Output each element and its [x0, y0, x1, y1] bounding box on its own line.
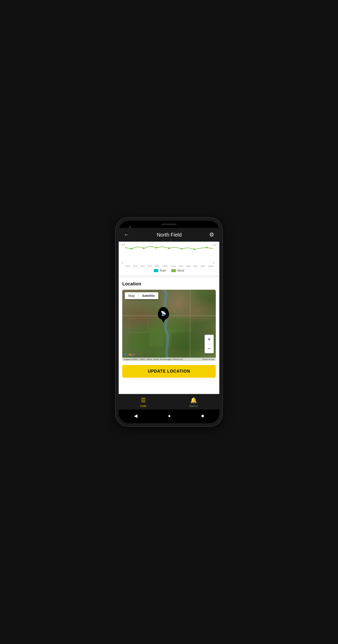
legend-rain: Rain — [154, 269, 166, 272]
settings-button[interactable]: ⚙ — [208, 230, 215, 239]
chart-svg — [122, 244, 216, 264]
svg-marker-4 — [181, 248, 183, 250]
x-label-4: 8PM — [155, 265, 159, 267]
x-label-8: 4AM — [186, 265, 190, 267]
phone-screen: ← North Field ⚙ 0.5 0 — [119, 221, 219, 423]
system-home-button[interactable]: ● — [163, 412, 176, 420]
alarms-icon: 🔔 — [190, 397, 197, 404]
y-left-top: 0.5 — [122, 244, 125, 246]
x-label-6: 12AM — [171, 265, 176, 267]
back-button[interactable]: ← — [123, 230, 130, 239]
zoom-in-button[interactable]: + — [205, 335, 214, 344]
nav-units[interactable]: ☰ Units — [135, 396, 151, 408]
bottom-nav: ☰ Units 🔔 Alarms — [119, 394, 219, 409]
satellite-tab[interactable]: Satellite — [139, 292, 158, 299]
speaker — [161, 224, 177, 225]
svg-rect-11 — [171, 318, 192, 331]
svg-rect-10 — [171, 332, 192, 349]
svg-rect-7 — [129, 318, 148, 332]
update-location-button[interactable]: UPDATE LOCATION — [122, 365, 216, 378]
map-background — [122, 290, 216, 361]
map-tab[interactable]: Map — [125, 292, 138, 299]
map-attribution: Imagery ©2020 , CNES / Airbus, Maxar Tec… — [122, 358, 216, 361]
svg-marker-1 — [143, 247, 145, 249]
x-axis-labels: 12PM 2PM 4PM 6PM 8PM 10PM 12AM 2AM 4AM 6… — [122, 265, 216, 267]
svg-marker-3 — [168, 247, 171, 249]
rain-color-swatch — [154, 269, 158, 272]
system-back-button[interactable]: ◀ — [129, 412, 143, 420]
map-container[interactable]: Map Satellite 📡 + − — [122, 290, 216, 361]
map-type-toggle[interactable]: Map Satellite — [125, 292, 158, 299]
google-logo: Google — [124, 353, 136, 356]
x-label-1: 2PM — [133, 265, 137, 267]
chart-section: 0.5 0 — [119, 242, 219, 276]
scroll-content: 0.5 0 — [119, 242, 219, 394]
y-right-top: 0.5 — [213, 244, 216, 246]
y-right-bottom: 0 — [213, 261, 216, 264]
rain-label: Rain — [160, 269, 166, 272]
x-label-5: 10PM — [162, 265, 167, 267]
x-label-2: 4PM — [140, 265, 144, 267]
terms-of-use[interactable]: Terms of Use — [202, 358, 214, 360]
wind-color-swatch — [171, 269, 176, 272]
zoom-controls[interactable]: + − — [205, 335, 214, 353]
phone-frame: ← North Field ⚙ 0.5 0 — [116, 218, 222, 426]
x-label-0: 12PM — [125, 265, 130, 267]
attribution-text: Imagery ©2020 , CNES / Airbus, Maxar Tec… — [124, 358, 183, 360]
svg-marker-5 — [194, 248, 196, 250]
svg-marker-2 — [156, 247, 158, 249]
alarms-label: Alarms — [189, 404, 198, 407]
system-recent-button[interactable]: ■ — [196, 412, 209, 420]
system-nav: ◀ ● ■ — [119, 409, 219, 423]
page-title: North Field — [157, 232, 182, 238]
wind-label: Wind — [177, 269, 184, 272]
x-label-11: 10AM — [208, 265, 213, 267]
nav-alarms[interactable]: 🔔 Alarms — [184, 396, 203, 408]
y-left-bottom: 0 — [122, 261, 125, 264]
svg-marker-0 — [131, 248, 133, 250]
camera — [129, 226, 131, 228]
zoom-out-button[interactable]: − — [205, 344, 214, 353]
location-pin: 📡 — [158, 307, 169, 320]
x-label-7: 2AM — [179, 265, 183, 267]
svg-rect-8 — [129, 334, 148, 350]
status-bar — [119, 221, 219, 228]
legend-wind: Wind — [171, 269, 184, 272]
chart-legend: Rain Wind — [122, 269, 216, 272]
signal-icon: 📡 — [161, 311, 166, 316]
map-overlay — [122, 290, 216, 361]
svg-rect-9 — [149, 328, 163, 347]
app-header: ← North Field ⚙ — [119, 228, 219, 242]
pin-body: 📡 — [158, 307, 169, 320]
units-icon: ☰ — [141, 397, 146, 404]
weather-chart: 0.5 0 — [122, 244, 216, 264]
x-label-10: 8AM — [201, 265, 205, 267]
svg-marker-6 — [206, 246, 208, 248]
x-label-9: 6AM — [193, 265, 197, 267]
x-label-3: 6PM — [148, 265, 152, 267]
location-title: Location — [122, 281, 216, 287]
location-section: Location — [119, 278, 219, 394]
units-label: Units — [140, 404, 146, 407]
y-axis-left: 0.5 0 — [122, 244, 125, 264]
y-axis-right: 0.5 0 — [213, 244, 216, 264]
